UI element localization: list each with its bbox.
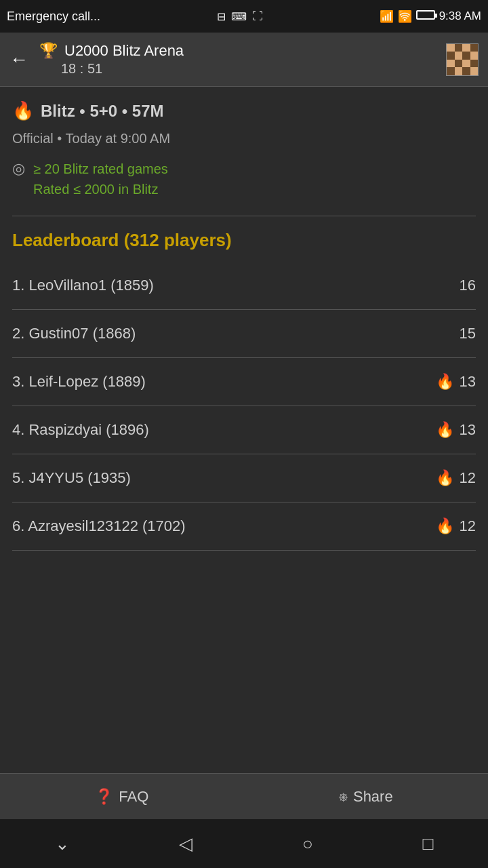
- requirements-text: ≥ 20 Blitz rated games Rated ≤ 2000 in B…: [33, 159, 168, 199]
- requirements-row: ◎ ≥ 20 Blitz rated games Rated ≤ 2000 in…: [12, 159, 476, 199]
- player-score: 13: [460, 373, 476, 391]
- status-bar-right: 📶 🛜 9:38 AM: [380, 9, 481, 24]
- leaderboard-item[interactable]: 5. J4YYU5 (1935) 🔥 12: [12, 454, 476, 502]
- nav-down-icon[interactable]: ⌄: [55, 833, 70, 854]
- keyboard-icon: ⌨: [231, 10, 247, 23]
- leaderboard-item[interactable]: 3. Leif-Lopez (1889) 🔥 13: [12, 358, 476, 406]
- sim-icon: ⊟: [217, 10, 226, 23]
- leaderboard-header: Leaderboard (312 players): [12, 230, 476, 251]
- blitz-flame-icon: 🔥: [12, 100, 34, 121]
- player-name: 5. J4YYU5 (1935): [12, 469, 131, 487]
- nav-bar: ⌄ ◁ ○ □: [0, 819, 488, 868]
- requirement-line2: Rated ≤ 2000 in Blitz: [33, 179, 168, 199]
- player-name: 6. Azrayesil123122 (1702): [12, 517, 186, 535]
- score-area: 16: [460, 277, 476, 294]
- nav-back-icon[interactable]: ◁: [179, 833, 192, 854]
- share-label: Share: [353, 788, 393, 806]
- player-score: 16: [460, 277, 476, 294]
- time-text: 9:38 AM: [439, 9, 481, 23]
- score-area: 🔥 13: [436, 373, 476, 391]
- leaderboard-list: 1. LeoVillano1 (1859) 16 2. Gustin07 (18…: [12, 262, 476, 551]
- player-name: 2. Gustin07 (1868): [12, 325, 136, 342]
- back-button[interactable]: ←: [9, 49, 28, 71]
- emergency-call-text: Emergency call...: [7, 9, 100, 24]
- score-area: 🔥 12: [436, 517, 476, 535]
- bottom-bar: ❓ FAQ ⎈ Share ⌄ ◁ ○ □: [0, 773, 488, 868]
- toolbar-title-area: 🏆 U2000 Blitz Arena 18 : 51: [39, 42, 446, 77]
- player-name: 3. Leif-Lopez (1889): [12, 373, 146, 391]
- faq-button[interactable]: ❓ FAQ: [95, 788, 148, 806]
- streak-flame-icon: 🔥: [436, 517, 454, 535]
- official-row: Official • Today at 9:00 AM: [12, 131, 476, 146]
- divider-top: [12, 216, 476, 216]
- streak-flame-icon: 🔥: [436, 421, 454, 439]
- chess-board-icon[interactable]: [446, 43, 479, 76]
- streak-flame-icon: 🔥: [436, 373, 454, 391]
- player-score: 13: [460, 421, 476, 439]
- main-content: 🔥 Blitz • 5+0 • 57M Official • Today at …: [0, 87, 488, 551]
- faq-share-bar: ❓ FAQ ⎈ Share: [0, 773, 488, 819]
- wifi-icon: 🛜: [398, 9, 412, 24]
- score-area: 15: [460, 325, 476, 342]
- toolbar: ← 🏆 U2000 Blitz Arena 18 : 51: [0, 33, 488, 87]
- status-icons: ⊟ ⌨ ⛶: [217, 10, 263, 23]
- player-name: 1. LeoVillano1 (1859): [12, 277, 154, 294]
- toolbar-title: U2000 Blitz Arena: [64, 42, 184, 60]
- requirement-line1: ≥ 20 Blitz rated games: [33, 159, 168, 179]
- score-area: 🔥 13: [436, 421, 476, 439]
- share-button[interactable]: ⎈ Share: [339, 788, 393, 806]
- player-score: 15: [460, 325, 476, 342]
- target-icon: ◎: [12, 160, 25, 178]
- toolbar-timer: 18 : 51: [39, 61, 446, 77]
- blitz-label: Blitz • 5+0 • 57M: [41, 102, 164, 121]
- nav-square-icon[interactable]: □: [422, 833, 433, 854]
- share-icon: ⎈: [339, 788, 348, 806]
- streak-flame-icon: 🔥: [436, 469, 454, 487]
- image-icon: ⛶: [252, 10, 263, 22]
- battery-icon-wrapper: [416, 9, 435, 23]
- status-bar: Emergency call... ⊟ ⌨ ⛶ 📶 🛜 9:38 AM: [0, 0, 488, 33]
- toolbar-title-row: 🏆 U2000 Blitz Arena: [39, 42, 446, 60]
- score-area: 🔥 12: [436, 469, 476, 487]
- player-score: 12: [460, 517, 476, 535]
- phone-icon: 📶: [380, 9, 394, 24]
- player-name: 4. Raspizdyai (1896): [12, 421, 149, 439]
- leaderboard-item[interactable]: 4. Raspizdyai (1896) 🔥 13: [12, 406, 476, 454]
- trophy-icon: 🏆: [39, 42, 58, 60]
- leaderboard-item[interactable]: 6. Azrayesil123122 (1702) 🔥 12: [12, 502, 476, 551]
- leaderboard-item[interactable]: 2. Gustin07 (1868) 15: [12, 310, 476, 358]
- faq-label: FAQ: [119, 788, 148, 806]
- leaderboard-item[interactable]: 1. LeoVillano1 (1859) 16: [12, 262, 476, 310]
- nav-home-icon[interactable]: ○: [302, 833, 313, 854]
- player-score: 12: [460, 469, 476, 487]
- blitz-row: 🔥 Blitz • 5+0 • 57M: [12, 100, 476, 121]
- faq-icon: ❓: [95, 788, 113, 806]
